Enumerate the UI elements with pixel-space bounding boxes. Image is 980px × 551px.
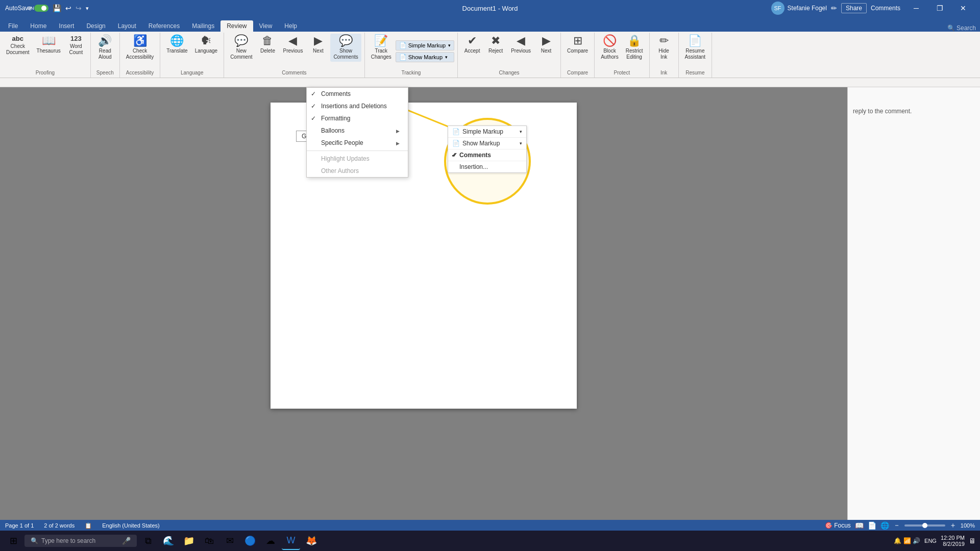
dropdown-balloons[interactable]: Balloons: [307, 124, 408, 137]
tab-mailings[interactable]: Mailings: [186, 20, 220, 32]
zoom-doc-icon2: 📄: [452, 140, 460, 147]
task-view-button[interactable]: ⧉: [139, 532, 157, 550]
tab-bar: File Home Insert Design Layout Reference…: [0, 16, 980, 32]
language-button[interactable]: 🗣 Language: [192, 34, 221, 56]
read-aloud-button[interactable]: 🔊 ReadAloud: [94, 34, 116, 62]
hide-ink-button[interactable]: ✏ HideInk: [653, 34, 675, 62]
ribbon-group-speech: 🔊 ReadAloud Speech: [91, 33, 120, 78]
delete-comment-label: Delete: [260, 48, 275, 54]
translate-label: Translate: [166, 48, 187, 54]
search-icon: 🔍: [31, 537, 38, 544]
date-display: 8/2/2019: [941, 541, 965, 547]
resume-label: Resume: [682, 69, 709, 77]
dropdown-formatting[interactable]: Formatting: [307, 112, 408, 124]
chrome-app[interactable]: 🔵: [241, 532, 259, 550]
tab-help[interactable]: Help: [278, 20, 303, 32]
taskbar-search[interactable]: 🔍 Type here to search 🎤: [24, 535, 137, 547]
word-count-button[interactable]: 123 WordCount: [65, 34, 87, 57]
tab-layout[interactable]: Layout: [112, 20, 142, 32]
zoom-level[interactable]: 100%: [961, 522, 975, 529]
comments-button[interactable]: Comments: [871, 5, 900, 12]
track-changes-button[interactable]: 📝 TrackChanges: [368, 34, 395, 69]
delete-comment-button[interactable]: 🗑 Delete: [256, 34, 279, 56]
customize-quick-access-icon[interactable]: ▾: [86, 5, 89, 12]
dropdown-comments[interactable]: Comments: [307, 88, 408, 100]
share-button[interactable]: Share: [841, 3, 867, 13]
next-change-button[interactable]: ▶ Next: [535, 34, 557, 56]
block-authors-label: BlockAuthors: [601, 48, 618, 60]
view-print-icon[interactable]: 📄: [868, 521, 876, 530]
start-button[interactable]: ⊞: [4, 532, 22, 550]
reject-button[interactable]: ✖ Reject: [484, 34, 507, 56]
tab-insert[interactable]: Insert: [53, 20, 80, 32]
notification-icon[interactable]: 🖥: [969, 537, 976, 545]
previous-change-button[interactable]: ◀ Previous: [508, 34, 534, 56]
simple-markup-dropdown[interactable]: 📄 Simple Markup ▾: [396, 40, 454, 51]
word-app[interactable]: W: [282, 532, 300, 550]
tab-references[interactable]: References: [142, 20, 186, 32]
dropdown-insertions-deletions[interactable]: Insertions and Deletions: [307, 100, 408, 112]
horizontal-ruler: [0, 78, 980, 87]
pen-icon[interactable]: ✏: [831, 4, 837, 12]
show-comments-button[interactable]: 💬 ShowComments: [330, 34, 361, 62]
zoom-slider[interactable]: [904, 524, 945, 527]
tab-review[interactable]: Review: [220, 20, 253, 32]
dropdown-specific-people[interactable]: Specific People: [307, 137, 408, 149]
autosave-on-label: ON: [27, 6, 34, 11]
focus-icon[interactable]: 🎯 Focus: [825, 522, 851, 529]
next-comment-button[interactable]: ▶ Next: [307, 34, 329, 56]
block-authors-button[interactable]: 🚫 BlockAuthors: [598, 34, 621, 62]
voice-search-icon[interactable]: 🎤: [122, 537, 131, 545]
zoom-insertions-label: Insertion...: [459, 163, 488, 170]
accept-button[interactable]: ✔ Accept: [461, 34, 483, 56]
redo-icon[interactable]: ↪: [76, 4, 82, 12]
quick-save-icon[interactable]: 💾: [53, 4, 61, 12]
track-changes-icon: 📝: [374, 35, 388, 46]
new-comment-button[interactable]: 💬 NewComment: [227, 34, 255, 62]
check-accessibility-button[interactable]: ♿ CheckAccessibility: [123, 34, 157, 62]
simple-markup-label: Simple Markup: [408, 42, 446, 48]
resume-assistant-button[interactable]: 📄 ResumeAssistant: [682, 34, 709, 62]
thesaurus-button[interactable]: 📖 Thesaurus: [34, 34, 64, 56]
zoom-out-icon[interactable]: －: [893, 521, 900, 530]
comments-items: 💬 NewComment 🗑 Delete ◀ Previous ▶ Next …: [227, 34, 361, 69]
view-web-icon[interactable]: 🌐: [880, 521, 889, 530]
show-markup-dropdown-menu: Comments Insertions and Deletions Format…: [306, 87, 408, 178]
tab-design[interactable]: Design: [80, 20, 111, 32]
compare-button[interactable]: ⊞ Compare: [564, 34, 591, 56]
next-change-label: Next: [541, 48, 552, 54]
store-app[interactable]: 🛍: [200, 532, 218, 550]
previous-comment-button[interactable]: ◀ Previous: [280, 34, 306, 56]
zoom-simple-markup-label: Simple Markup: [462, 128, 503, 135]
mail-app[interactable]: ✉: [220, 532, 239, 550]
next-comment-label: Next: [313, 48, 324, 54]
search-ribbon[interactable]: 🔍 Search: [943, 24, 980, 32]
thesaurus-icon: 📖: [42, 35, 56, 46]
undo-icon[interactable]: ↩: [65, 4, 71, 12]
onedrive-app[interactable]: ☁: [261, 532, 280, 550]
tab-home[interactable]: Home: [24, 20, 53, 32]
compare-label: Compare: [564, 69, 591, 77]
tab-view[interactable]: View: [253, 20, 279, 32]
translate-button[interactable]: 🌐 Translate: [163, 34, 190, 56]
minimize-button[interactable]: ─: [904, 0, 928, 16]
restore-button[interactable]: ❐: [928, 0, 951, 16]
check-document-button[interactable]: abc CheckDocument: [3, 34, 33, 57]
restrict-editing-button[interactable]: 🔒 RestrictEditing: [623, 34, 646, 62]
view-read-icon[interactable]: 📖: [855, 521, 864, 530]
ribbon-group-tracking: 📝 TrackChanges 📄 Simple Markup ▾ 📄 Show …: [365, 33, 458, 78]
specific-people-label: Specific People: [321, 139, 363, 146]
edge-browser-app[interactable]: 🌊: [159, 532, 178, 550]
sys-icons[interactable]: 🔔 📶 🔊: [894, 537, 920, 544]
close-button[interactable]: ✕: [951, 0, 975, 16]
show-markup-dropdown-button[interactable]: 📄 Show Markup ▾: [396, 52, 454, 62]
simple-markup-icon: 📄: [399, 42, 407, 49]
prev-comment-label: Previous: [283, 48, 303, 54]
accept-icon: ✔: [468, 35, 477, 46]
zoom-in-icon[interactable]: ＋: [949, 521, 957, 530]
tab-file[interactable]: File: [2, 20, 24, 32]
autosave-toggle[interactable]: ON: [34, 5, 48, 12]
prev-change-icon: ◀: [517, 35, 525, 46]
file-explorer-app[interactable]: 📁: [180, 532, 198, 550]
another-app[interactable]: 🦊: [302, 532, 321, 550]
